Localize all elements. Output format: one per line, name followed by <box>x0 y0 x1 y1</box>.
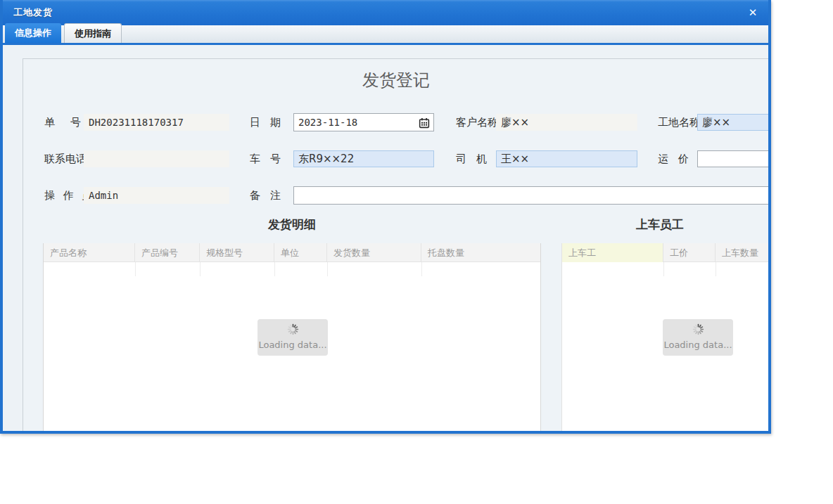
col-ship-qty[interactable]: 发货数量 <box>327 243 421 262</box>
close-icon[interactable]: ✕ <box>746 6 760 20</box>
grid-line <box>663 262 664 276</box>
customer-label: 客户名称 <box>456 114 498 131</box>
detail-loading-indicator: Loading data... <box>257 319 328 356</box>
grid-line <box>421 262 422 276</box>
remark-input[interactable] <box>293 186 771 205</box>
col-pallet-qty[interactable]: 托盘数量 <box>421 243 540 262</box>
tab-info-operation[interactable]: 信息操作 <box>5 23 61 43</box>
col-product-code[interactable]: 产品编号 <box>135 243 200 262</box>
order-no-label: 单 号 <box>44 114 81 131</box>
order-no-field: DH20231118170317 <box>84 114 229 131</box>
form-panel: 发货登记 单 号 DH20231118170317 日 期 2023-11-18 <box>23 58 771 434</box>
loading-text: Loading data... <box>663 340 733 350</box>
phone-field <box>84 150 229 167</box>
col-loader-worker[interactable]: 上车工 <box>562 243 663 262</box>
grid-line <box>327 262 328 276</box>
grid-line <box>716 262 716 276</box>
col-unit[interactable]: 单位 <box>274 243 327 262</box>
customer-field: 廖×× <box>496 114 637 131</box>
window-title: 工地发货 <box>13 6 53 19</box>
date-value: 2023-11-18 <box>298 117 357 128</box>
site-field[interactable]: 廖×× <box>697 114 771 131</box>
site-label: 工地名称 <box>658 114 700 131</box>
grid-line <box>135 262 136 276</box>
tab-user-guide[interactable]: 使用指南 <box>64 23 122 43</box>
spinner-icon <box>287 323 299 335</box>
staff-loading-indicator: Loading data... <box>663 319 733 356</box>
truck-label: 车 号 <box>250 150 281 167</box>
grid-line <box>274 262 275 276</box>
dialog-window: 工地发货 ✕ 信息操作 使用指南 发货登记 单 号 DH202311181703… <box>0 0 771 434</box>
col-load-qty[interactable]: 上车数量 <box>716 243 771 262</box>
remark-label: 备 注 <box>250 187 281 204</box>
driver-label: 司 机 <box>456 150 487 167</box>
col-work-price[interactable]: 工价 <box>663 243 716 262</box>
tab-content: 发货登记 单 号 DH20231118170317 日 期 2023-11-18 <box>3 45 768 429</box>
desktop: 工地发货 ✕ 信息操作 使用指南 发货登记 单 号 DH202311181703… <box>0 0 833 504</box>
date-input[interactable]: 2023-11-18 <box>293 113 434 131</box>
driver-field[interactable]: 王×× <box>496 150 637 167</box>
freight-input[interactable] <box>697 150 771 167</box>
freight-label: 运 价 <box>658 150 689 167</box>
detail-table-header: 产品名称 产品编号 规格型号 单位 发货数量 托盘数量 <box>44 243 540 262</box>
operator-field: Admin <box>84 187 229 204</box>
col-product-name[interactable]: 产品名称 <box>44 243 135 262</box>
detail-table: 产品名称 产品编号 规格型号 单位 发货数量 托盘数量 <box>43 243 541 434</box>
detail-table-title: 发货明细 <box>43 217 541 233</box>
spinner-icon <box>692 323 704 335</box>
date-label: 日 期 <box>250 114 281 131</box>
title-bar[interactable]: 工地发货 ✕ <box>3 0 768 25</box>
phone-label: 联系电话 <box>44 150 87 167</box>
page-title: 发货登记 <box>23 69 769 91</box>
staff-table-header: 上车工 工价 上车数量 <box>562 243 771 262</box>
truck-field[interactable]: 东R9××22 <box>293 150 434 167</box>
tab-bar: 信息操作 使用指南 <box>3 25 768 45</box>
staff-table: 上车工 工价 上车数量 <box>561 243 771 434</box>
calendar-icon[interactable] <box>419 117 430 128</box>
col-spec-model[interactable]: 规格型号 <box>200 243 274 262</box>
grid-line <box>200 262 201 276</box>
loading-text: Loading data... <box>257 340 328 350</box>
staff-table-title: 上车员工 <box>561 217 758 233</box>
